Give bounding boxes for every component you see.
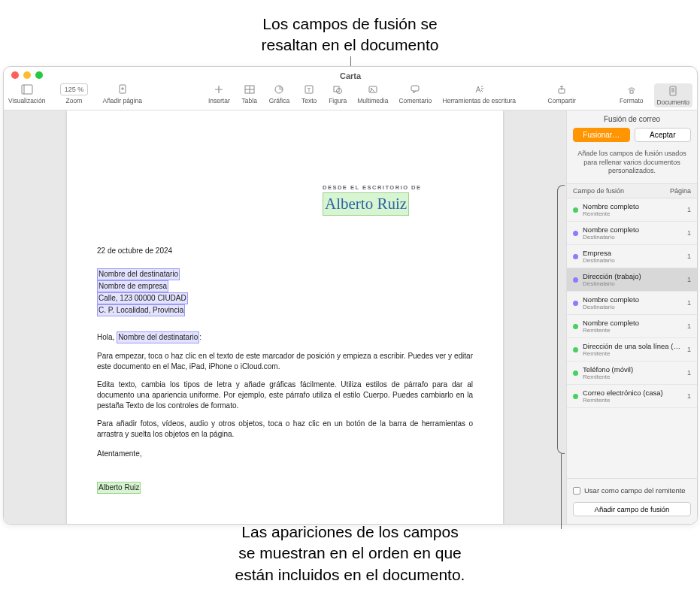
purple-dot-icon <box>573 301 578 306</box>
callout-bracket <box>557 185 565 454</box>
field-row[interactable]: Teléfono (móvil)Remitente1 <box>567 362 697 385</box>
document-date[interactable]: 22 de octubre de 2024 <box>97 246 473 256</box>
window-title: Carta <box>340 71 361 80</box>
writing-tools-icon <box>473 83 485 95</box>
field-info: Nombre completoRemitente <box>583 319 683 334</box>
text-button[interactable]: T Texto <box>300 83 318 104</box>
toolbar-label: Texto <box>302 97 317 104</box>
toolbar-label: Tabla <box>242 97 257 104</box>
field-row[interactable]: Nombre completoRemitente1 <box>567 198 697 222</box>
zoom-button[interactable]: 125 % Zoom <box>56 83 92 104</box>
city-merge-field[interactable]: C. P. Localidad, Provincia <box>97 304 185 316</box>
inspector-description: Añade los campos de fusión usados para r… <box>567 147 697 183</box>
recipient-name-merge-field[interactable]: Nombre del destinatario <box>97 268 180 280</box>
insert-button[interactable]: Insertar <box>208 83 230 104</box>
merge-button[interactable]: Fusionar… <box>573 128 630 142</box>
document-canvas[interactable]: DESDE EL ESCRITORIO DE Alberto Ruiz 22 d… <box>4 110 566 524</box>
field-page: 1 <box>687 392 691 400</box>
field-row[interactable]: Dirección (trabajo)Destinatario1 <box>567 268 697 292</box>
field-subtype: Remitente <box>583 374 683 380</box>
chart-icon <box>273 83 285 95</box>
body-paragraph[interactable]: Para añadir fotos, vídeos, audio y otros… <box>97 419 473 440</box>
table-button[interactable]: Tabla <box>241 83 259 104</box>
shape-icon <box>332 83 344 95</box>
field-row[interactable]: Nombre completoDestinatario1 <box>567 222 697 245</box>
field-info: Dirección de una sola línea (Casa)Remite… <box>583 342 683 357</box>
svg-text:T: T <box>308 86 311 93</box>
accept-button[interactable]: Aceptar <box>635 128 692 142</box>
purple-dot-icon <box>573 254 578 259</box>
green-dot-icon <box>573 324 578 329</box>
callout-text: Las apariciones de los campos <box>0 522 700 543</box>
toolbar-label: Zoom <box>66 97 83 104</box>
add-merge-field-button[interactable]: Añadir campo de fusión <box>573 502 691 516</box>
svg-rect-17 <box>411 86 419 91</box>
callout-bracket-stem <box>561 454 562 529</box>
signoff[interactable]: Atentamente, <box>97 449 473 459</box>
field-subtype: Remitente <box>583 397 683 404</box>
field-row[interactable]: Nombre completoDestinatario1 <box>567 292 697 315</box>
media-button[interactable]: Multimedia <box>357 83 388 104</box>
field-name: Nombre completo <box>583 225 683 234</box>
callout-text: Los campos de fusión se <box>0 14 700 35</box>
field-name: Nombre completo <box>583 319 683 327</box>
inspector-panel: Fusión de correo Fusionar… Aceptar Añade… <box>566 110 697 524</box>
field-page: 1 <box>687 229 691 237</box>
view-button[interactable]: Visualización <box>8 83 45 104</box>
greeting-merge-field[interactable]: Nombre del destinatario <box>117 331 199 343</box>
greeting-suffix: : <box>199 333 202 341</box>
add-page-button[interactable]: Añadir página <box>102 83 141 104</box>
comment-button[interactable]: Comentario <box>398 83 432 104</box>
field-info: Nombre completoDestinatario <box>583 225 683 240</box>
street-merge-field[interactable]: Calle, 123 00000 CIUDAD <box>97 292 188 304</box>
document-icon <box>667 85 679 97</box>
svg-rect-21 <box>670 86 676 95</box>
company-merge-field[interactable]: Nombre de empresa <box>97 280 168 292</box>
shape-button[interactable]: Figura <box>329 83 347 104</box>
page-column-header: Página <box>670 187 691 195</box>
body-paragraph[interactable]: Edita texto, cambia los tipos de letra y… <box>97 380 473 411</box>
document-button[interactable]: Documento <box>654 83 692 107</box>
field-subtype: Destinatario <box>583 280 683 287</box>
zoom-window-button[interactable] <box>35 71 43 79</box>
share-button[interactable]: Compartir <box>548 83 576 104</box>
letterhead-label: DESDE EL ESCRITORIO DE <box>323 184 443 192</box>
field-subtype: Destinatario <box>583 257 683 264</box>
field-row[interactable]: Dirección de una sola línea (Casa)Remite… <box>567 338 697 362</box>
chart-button[interactable]: Gráfica <box>269 83 289 104</box>
field-subtype: Remitente <box>583 327 683 334</box>
body-paragraph[interactable]: Para empezar, toca o haz clic en el text… <box>97 351 473 372</box>
field-row[interactable]: Correo electrónico (casa)Remitente1 <box>567 385 697 408</box>
toolbar-label: Gráfica <box>269 97 289 104</box>
field-info: Nombre completoDestinatario <box>583 295 683 310</box>
field-row[interactable]: EmpresaDestinatario1 <box>567 245 697 268</box>
greeting-prefix: Hola, <box>97 333 117 341</box>
field-page: 1 <box>687 346 691 353</box>
field-row[interactable]: Nombre completoRemitente1 <box>567 315 697 338</box>
letterhead-name-merge-field[interactable]: Alberto Ruiz <box>323 192 409 216</box>
toolbar-label: Comentario <box>398 97 432 104</box>
field-subtype: Remitente <box>583 350 683 357</box>
address-block: Nombre del destinatario Nombre de empres… <box>97 268 473 316</box>
toolbar-label: Figura <box>329 97 347 104</box>
field-name: Dirección (trabajo) <box>583 272 683 280</box>
checkbox-icon <box>573 487 580 495</box>
toolbar-label: Multimedia <box>357 97 388 104</box>
close-window-button[interactable] <box>11 71 19 79</box>
signature-line: Alberto Ruiz <box>97 482 473 494</box>
green-dot-icon <box>573 207 578 213</box>
green-dot-icon <box>573 347 578 352</box>
field-column-header: Campo de fusión <box>573 187 670 195</box>
signature-merge-field[interactable]: Alberto Ruiz <box>97 482 141 494</box>
minimize-window-button[interactable] <box>23 71 31 79</box>
format-button[interactable]: Formato <box>620 83 644 104</box>
field-list[interactable]: Nombre completoRemitente1Nombre completo… <box>567 198 697 478</box>
field-subtype: Destinatario <box>583 304 683 310</box>
field-page: 1 <box>687 253 691 260</box>
field-info: Nombre completoRemitente <box>583 202 683 217</box>
use-as-sender-checkbox-row[interactable]: Usar como campo del remitente <box>573 486 691 495</box>
purple-dot-icon <box>573 231 578 236</box>
callout-text: resaltan en el documento <box>0 35 700 56</box>
writing-tools-button[interactable]: Herramientas de escritura <box>442 83 516 104</box>
field-name: Empresa <box>583 249 683 257</box>
